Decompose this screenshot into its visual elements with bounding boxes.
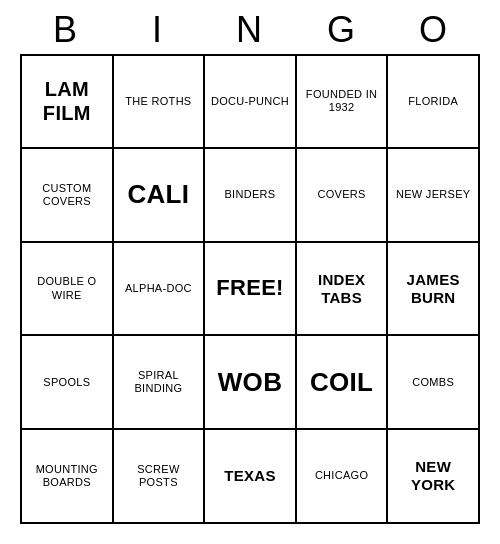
cell-text: FOUNDED IN 1932	[300, 88, 384, 114]
bingo-cell: CUSTOM COVERS	[22, 149, 114, 243]
cell-text: WOB	[218, 367, 282, 398]
bingo-cell: THE ROTHS	[114, 56, 206, 150]
header-letter: N	[204, 10, 296, 50]
cell-text: COVERS	[317, 188, 365, 201]
bingo-cell: NEW JERSEY	[388, 149, 480, 243]
cell-text: NEW JERSEY	[396, 188, 471, 201]
cell-text: BINDERS	[224, 188, 275, 201]
bingo-cell: DOCU-PUNCH	[205, 56, 297, 150]
cell-text: DOUBLE O WIRE	[25, 275, 109, 301]
bingo-cell: INDEX TABS	[297, 243, 389, 337]
cell-text: FLORIDA	[408, 95, 458, 108]
cell-text: SCREW POSTS	[117, 463, 201, 489]
cell-text: JAMES BURN	[391, 271, 475, 307]
header-letter: I	[112, 10, 204, 50]
bingo-cell: MOUNTING BOARDS	[22, 430, 114, 524]
bingo-cell: COVERS	[297, 149, 389, 243]
bingo-cell: LAM FILM	[22, 56, 114, 150]
bingo-cell: CHICAGO	[297, 430, 389, 524]
cell-text: FREE!	[216, 275, 284, 301]
bingo-cell: WOB	[205, 336, 297, 430]
bingo-cell: SPIRAL BINDING	[114, 336, 206, 430]
cell-text: COMBS	[412, 376, 454, 389]
cell-text: MOUNTING BOARDS	[25, 463, 109, 489]
cell-text: SPOOLS	[43, 376, 90, 389]
bingo-cell: NEW YORK	[388, 430, 480, 524]
header-letter: G	[296, 10, 388, 50]
cell-text: COIL	[310, 367, 373, 398]
cell-text: CALI	[127, 179, 189, 210]
cell-text: INDEX TABS	[300, 271, 384, 307]
bingo-cell: COMBS	[388, 336, 480, 430]
cell-text: CHICAGO	[315, 469, 368, 482]
bingo-cell: FREE!	[205, 243, 297, 337]
cell-text: THE ROTHS	[125, 95, 191, 108]
cell-text: DOCU-PUNCH	[211, 95, 289, 108]
cell-text: SPIRAL BINDING	[117, 369, 201, 395]
bingo-cell: CALI	[114, 149, 206, 243]
cell-text: TEXAS	[224, 467, 276, 485]
cell-text: ALPHA-DOC	[125, 282, 192, 295]
cell-text: LAM FILM	[25, 77, 109, 125]
header-letter: B	[20, 10, 112, 50]
bingo-cell: SCREW POSTS	[114, 430, 206, 524]
bingo-cell: TEXAS	[205, 430, 297, 524]
cell-text: CUSTOM COVERS	[25, 182, 109, 208]
bingo-grid: LAM FILMTHE ROTHSDOCU-PUNCHFOUNDED IN 19…	[20, 54, 480, 524]
bingo-cell: FOUNDED IN 1932	[297, 56, 389, 150]
bingo-cell: SPOOLS	[22, 336, 114, 430]
bingo-cell: DOUBLE O WIRE	[22, 243, 114, 337]
bingo-cell: ALPHA-DOC	[114, 243, 206, 337]
header-letter: O	[388, 10, 480, 50]
bingo-cell: BINDERS	[205, 149, 297, 243]
cell-text: NEW YORK	[391, 458, 475, 494]
bingo-cell: FLORIDA	[388, 56, 480, 150]
bingo-header: BINGO	[20, 10, 480, 50]
bingo-cell: COIL	[297, 336, 389, 430]
bingo-cell: JAMES BURN	[388, 243, 480, 337]
